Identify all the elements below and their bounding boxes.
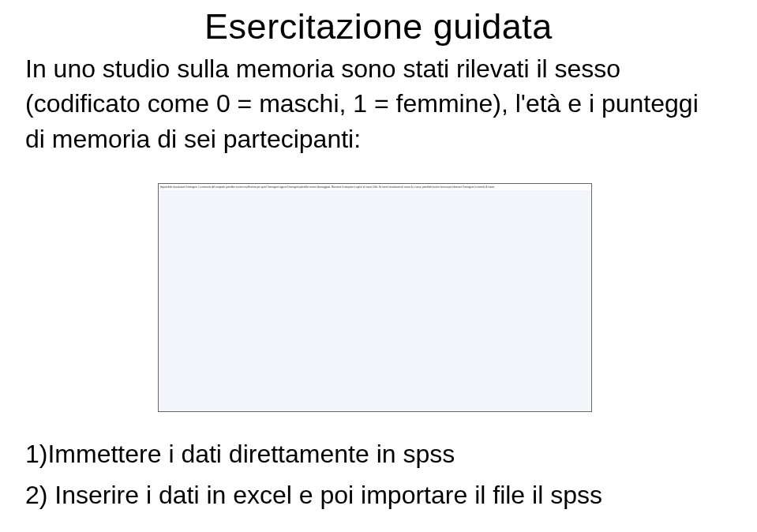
steps-block: 1)Immettere i dati direttamente in spss …	[25, 439, 602, 515]
step-2: 2) Inserire i dati in excel e poi import…	[25, 480, 602, 510]
intro-line-2: (codificato come 0 = maschi, 1 = femmine…	[25, 88, 732, 118]
slide-page: Esercitazione guidata In uno studio sull…	[0, 0, 757, 532]
step-1: 1)Immettere i dati direttamente in spss	[25, 439, 602, 469]
intro-line-1: In uno studio sulla memoria sono stati r…	[25, 54, 732, 84]
image-placeholder-box: Impossibile visualizzare l'immagine. La …	[158, 183, 592, 412]
image-placeholder-fill	[159, 190, 591, 411]
slide-title: Esercitazione guidata	[25, 6, 732, 47]
intro-line-3: di memoria di sei partecipanti:	[25, 124, 732, 154]
